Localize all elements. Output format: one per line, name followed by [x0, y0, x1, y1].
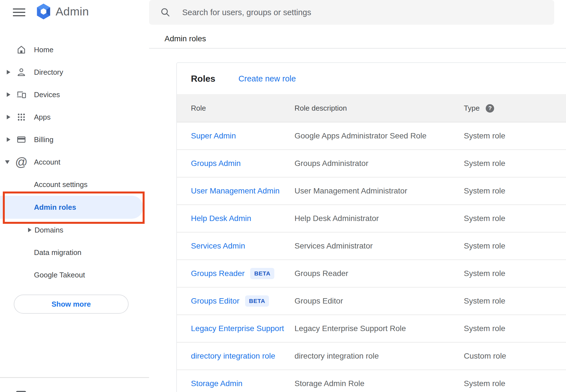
role-link[interactable]: Storage Admin [191, 379, 243, 388]
sidebar-bottom-divider [0, 377, 149, 378]
role-type: System role [464, 324, 566, 333]
card-title: Roles [191, 74, 215, 84]
clipped-bottom-icon [16, 391, 26, 392]
sidebar-item-label: Account [34, 158, 60, 167]
sidebar-item-account[interactable]: @ Account [0, 151, 149, 173]
role-link[interactable]: Groups Editor [191, 297, 239, 306]
role-type: System role [464, 269, 566, 278]
at-sign-icon: @ [16, 157, 26, 167]
sidebar-item-label: Billing [34, 135, 53, 144]
role-description: Groups Reader [295, 269, 464, 278]
role-description: Services Administrator [295, 241, 464, 250]
role-description: User Management Administrator [295, 186, 464, 195]
role-link[interactable]: Services Admin [191, 241, 245, 250]
role-type: System role [464, 159, 566, 168]
sidebar-item-label: Admin roles [34, 203, 76, 212]
role-description: Legacy Enterprise Support Role [295, 324, 464, 333]
roles-table-body: Super Admin Google Apps Administrator Se… [177, 122, 566, 392]
expand-arrow-icon[interactable] [28, 228, 31, 232]
table-row: Groups Admin Groups Administrator System… [177, 150, 566, 177]
beta-badge: BETA [250, 268, 274, 279]
column-header-type: Type ? [464, 104, 566, 113]
role-type: System role [464, 379, 566, 388]
search-icon [160, 7, 170, 17]
table-header-row: Role Role description Type ? [177, 94, 566, 122]
sidebar-item-label: Home [34, 45, 53, 54]
expand-arrow-icon[interactable] [7, 137, 10, 142]
role-link[interactable]: Super Admin [191, 131, 236, 140]
help-icon[interactable]: ? [486, 104, 494, 113]
search-bar[interactable]: Search for users, groups or settings [149, 0, 554, 25]
role-description: directory integration role [295, 352, 464, 361]
person-icon [16, 67, 26, 77]
column-header-role: Role [191, 104, 295, 113]
role-description: Groups Editor [295, 297, 464, 306]
create-new-role-link[interactable]: Create new role [238, 74, 296, 83]
sidebar-item-devices[interactable]: Devices [0, 83, 149, 106]
role-type: System role [464, 131, 566, 140]
role-link[interactable]: directory integration role [191, 352, 275, 361]
column-header-role-description: Role description [295, 104, 464, 113]
sidebar-item-directory[interactable]: Directory [0, 61, 149, 83]
sidebar-item-label: Data migration [34, 248, 81, 257]
sidebar-item-google-takeout[interactable]: Google Takeout [0, 264, 149, 286]
role-description: Storage Admin Role [295, 379, 464, 388]
table-row: Storage Admin Storage Admin Role System … [177, 370, 566, 392]
admin-logo: Admin [36, 3, 89, 20]
header-divider [149, 48, 566, 49]
breadcrumb: Admin roles [165, 34, 206, 43]
sidebar-item-apps[interactable]: Apps [0, 106, 149, 128]
table-row: Groups Editor BETA Groups Editor System … [177, 288, 566, 315]
role-description: Help Desk Administrator [295, 214, 464, 223]
role-type: System role [464, 241, 566, 250]
role-type: System role [464, 297, 566, 306]
expand-arrow-icon[interactable] [7, 115, 10, 119]
sidebar-item-label: Account settings [34, 180, 88, 189]
role-description: Google Apps Administrator Seed Role [295, 131, 464, 140]
credit-card-icon [16, 135, 26, 145]
show-more-button[interactable]: Show more [14, 295, 129, 314]
sidebar-item-label: Devices [34, 90, 60, 99]
sidebar-item-data-migration[interactable]: Data migration [0, 241, 149, 264]
devices-icon [16, 90, 26, 100]
roles-card: Roles Create new role Role Role descript… [176, 62, 566, 392]
home-icon [16, 45, 26, 55]
beta-badge: BETA [245, 295, 269, 307]
role-link[interactable]: User Management Admin [191, 186, 280, 195]
table-row: User Management Admin User Management Ad… [177, 177, 566, 205]
sidebar-item-home[interactable]: Home [0, 38, 149, 61]
sidebar-item-label: Google Takeout [34, 271, 85, 279]
table-row: Services Admin Services Administrator Sy… [177, 233, 566, 260]
role-type: Custom role [464, 352, 566, 361]
expand-arrow-icon[interactable] [7, 92, 10, 97]
sidebar-item-domains[interactable]: Domains [0, 219, 149, 241]
role-type: System role [464, 214, 566, 223]
role-type: System role [464, 186, 566, 195]
table-row: Help Desk Admin Help Desk Administrator … [177, 205, 566, 233]
table-row: Groups Reader BETA Groups Reader System … [177, 260, 566, 288]
sidebar-item-account-settings[interactable]: Account settings [0, 173, 149, 196]
expand-arrow-icon[interactable] [7, 70, 10, 74]
sidebar-item-admin-roles[interactable]: Admin roles [0, 196, 149, 219]
admin-logo-icon [36, 3, 51, 20]
roles-card-header: Roles Create new role [177, 63, 566, 94]
role-link[interactable]: Groups Reader [191, 269, 245, 278]
sidebar-item-label: Apps [34, 113, 51, 122]
table-row: Super Admin Google Apps Administrator Se… [177, 122, 566, 150]
search-placeholder: Search for users, groups or settings [182, 8, 311, 17]
role-description: Groups Administrator [295, 159, 464, 168]
table-row: Legacy Enterprise Support Legacy Enterpr… [177, 315, 566, 343]
sidebar-item-billing[interactable]: Billing [0, 128, 149, 151]
sidebar-item-label: Domains [35, 226, 63, 234]
app-title: Admin [56, 5, 89, 18]
role-link[interactable]: Groups Admin [191, 159, 241, 168]
sidebar: Home Directory Devices [0, 38, 149, 314]
sidebar-item-label: Directory [34, 68, 63, 77]
collapse-arrow-icon[interactable] [5, 160, 10, 164]
table-row: directory integration role directory int… [177, 343, 566, 370]
role-link[interactable]: Help Desk Admin [191, 214, 251, 223]
apps-grid-icon [16, 112, 26, 122]
menu-button[interactable] [13, 8, 25, 16]
role-link[interactable]: Legacy Enterprise Support [191, 324, 284, 333]
